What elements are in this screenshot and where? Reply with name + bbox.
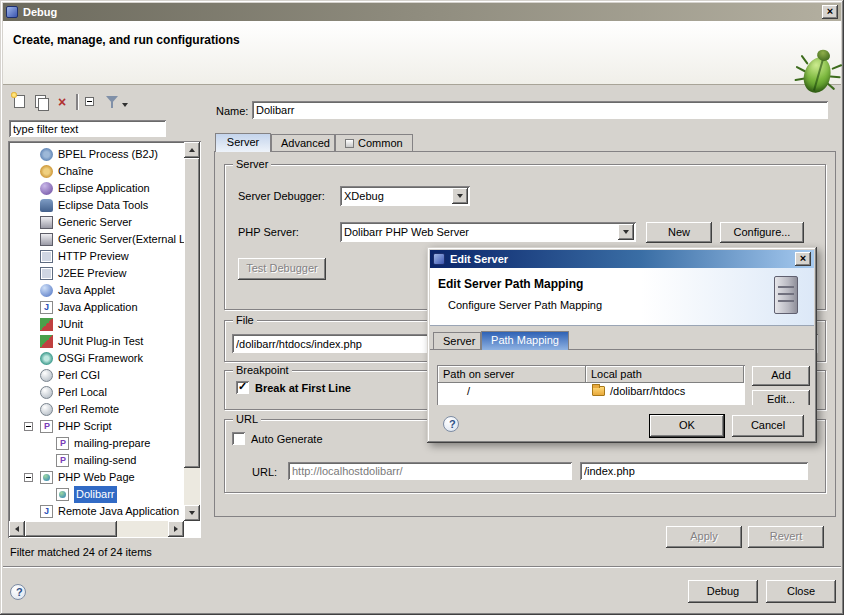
configure-button[interactable]: Configure... [720, 222, 804, 243]
dolibarr-icon [56, 488, 69, 501]
close-dialog-icon[interactable] [795, 252, 811, 266]
tree-item[interactable]: Java Applet [10, 282, 184, 299]
tab-common-label: Common [358, 137, 403, 149]
column-path-on-server[interactable]: Path on server [438, 366, 586, 383]
dialog-header-band: Create, manage, and run configurations [3, 21, 841, 85]
tab-server-settings[interactable]: Server [433, 332, 481, 350]
name-input[interactable] [252, 101, 828, 119]
column-local-path[interactable]: Local path [586, 366, 744, 383]
folder-icon [592, 386, 605, 396]
close-button[interactable]: Close [766, 580, 836, 603]
dialog-help-icon[interactable] [443, 416, 459, 432]
server-debugger-value: XDebug [344, 186, 450, 206]
php-server-select[interactable]: Dolibarr PHP Web Server [340, 222, 636, 242]
break-first-line-checkbox[interactable] [236, 381, 249, 394]
tree-item[interactable]: mailing-send [10, 452, 184, 469]
delete-config-icon[interactable] [52, 92, 72, 112]
tree-item[interactable]: JUnit [10, 316, 184, 333]
tree-item-label: Perl Remote [58, 401, 119, 418]
java-applet-icon [40, 284, 53, 297]
tree-item[interactable]: Generic Server(External La [10, 231, 184, 248]
tree-item[interactable]: BPEL Process (B2J) [10, 146, 184, 163]
url-base-input [288, 462, 572, 480]
tree-item[interactable]: PHP Web Page [10, 469, 184, 486]
tree-item[interactable]: Generic Server [10, 214, 184, 231]
auto-generate-checkbox[interactable] [232, 432, 245, 445]
scroll-up-icon[interactable] [184, 142, 200, 158]
tree-item-selected[interactable]: Dolibarr [10, 486, 184, 503]
filter-input[interactable] [9, 120, 166, 137]
tree-item[interactable]: OSGi Framework [10, 350, 184, 367]
collapse-toggle-icon[interactable] [24, 473, 33, 482]
ok-button[interactable]: OK [650, 415, 724, 437]
edit-server-header: Edit Server Path Mapping Configure Serve… [430, 268, 814, 326]
collapse-toggle-icon[interactable] [24, 422, 33, 431]
test-debugger-button[interactable]: Test Debugger [238, 258, 326, 280]
config-tabs: Server Advanced Common [215, 134, 835, 152]
tree-item-label: Chaîne [58, 163, 93, 180]
tree-item[interactable]: Java Application [10, 299, 184, 316]
php-server-label: PHP Server: [238, 226, 299, 238]
url-path-input[interactable] [580, 462, 808, 480]
tree-item[interactable]: Perl Remote [10, 401, 184, 418]
server-debugger-select[interactable]: XDebug [340, 186, 470, 206]
generic-server-icon [40, 216, 53, 229]
edit-server-subheading: Configure Server Path Mapping [448, 299, 602, 311]
edit-server-tabs: Server Path Mapping [433, 332, 813, 350]
tab-path-mapping[interactable]: Path Mapping [481, 331, 569, 350]
tree-item-label: BPEL Process (B2J) [58, 146, 158, 163]
tree-item-label: mailing-prepare [74, 435, 150, 452]
new-config-icon[interactable] [10, 92, 30, 112]
tree-horizontal-scrollbar[interactable] [9, 521, 184, 537]
tree-vertical-scrollbar[interactable] [184, 142, 200, 521]
tree-item[interactable]: Perl Local [10, 384, 184, 401]
tree-item[interactable]: Remote Java Application [10, 503, 184, 520]
vertical-scroll-thumb[interactable] [184, 158, 200, 468]
duplicate-config-icon[interactable] [31, 92, 51, 112]
tree-item-label: Remote Java Application [58, 503, 179, 520]
tree-item[interactable]: Eclipse Data Tools [10, 197, 184, 214]
help-icon[interactable] [10, 584, 26, 600]
scroll-right-icon[interactable] [168, 521, 184, 537]
path-mapping-table[interactable]: Path on server Local path / /dolibarr/ht… [437, 365, 745, 405]
edit-server-title: Edit Server [450, 253, 795, 265]
add-button[interactable]: Add [752, 366, 810, 386]
cell-local-path[interactable]: /dolibarr/htdocs [592, 383, 742, 400]
cell-path-on-server[interactable]: / [467, 383, 577, 400]
scroll-down-icon[interactable] [184, 505, 200, 521]
tab-server[interactable]: Server [215, 133, 271, 152]
chevron-down-icon[interactable] [618, 224, 634, 240]
filter-status-text: Filter matched 24 of 24 items [10, 546, 152, 558]
tree-item[interactable]: Perl CGI [10, 367, 184, 384]
breakpoint-group-legend: Breakpoint [233, 364, 292, 376]
tree-item[interactable]: PHP Script [10, 418, 184, 435]
auto-generate-label: Auto Generate [251, 433, 323, 445]
debug-button[interactable]: Debug [688, 580, 758, 603]
tree-item[interactable]: JUnit Plug-in Test [10, 333, 184, 350]
tab-common[interactable]: Common [335, 134, 413, 152]
new-server-button[interactable]: New [646, 222, 712, 243]
configurations-tree[interactable]: BPEL Process (B2J) Chaîne Eclipse Applic… [8, 141, 201, 538]
tree-item[interactable]: J2EE Preview [10, 265, 184, 282]
apply-button[interactable]: Apply [666, 526, 742, 548]
revert-button[interactable]: Revert [748, 526, 824, 548]
tree-item-label: HTTP Preview [58, 248, 129, 265]
tree-item[interactable]: HTTP Preview [10, 248, 184, 265]
horizontal-scroll-thumb[interactable] [25, 521, 117, 537]
server-image-icon [774, 276, 798, 314]
edit-server-titlebar[interactable]: Edit Server [430, 250, 814, 268]
tab-advanced[interactable]: Advanced [271, 134, 335, 152]
tree-item[interactable]: mailing-prepare [10, 435, 184, 452]
junit-icon [40, 318, 53, 331]
filter-dropdown-icon[interactable] [103, 92, 129, 112]
collapse-all-icon[interactable] [82, 92, 102, 112]
php-script-icon [40, 420, 53, 433]
scroll-left-icon[interactable] [9, 521, 25, 537]
window-titlebar[interactable]: Debug [3, 3, 841, 21]
close-window-icon[interactable] [822, 5, 838, 19]
tree-item[interactable]: Chaîne [10, 163, 184, 180]
cancel-button[interactable]: Cancel [732, 415, 804, 437]
tree-item[interactable]: Eclipse Application [10, 180, 184, 197]
tree-item-label: Java Applet [58, 282, 115, 299]
chevron-down-icon[interactable] [452, 188, 468, 204]
